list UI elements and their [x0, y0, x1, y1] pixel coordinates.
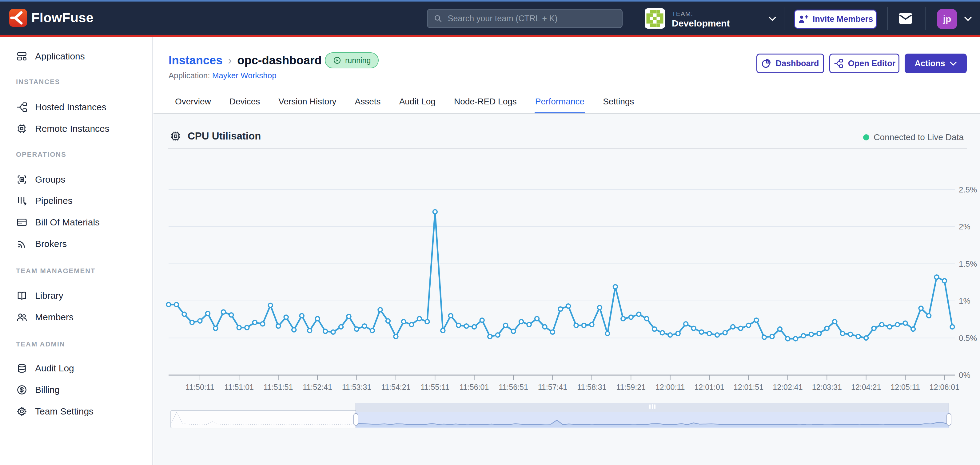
- sidebar-item-billing[interactable]: Billing: [16, 379, 60, 401]
- pipelines-icon: [16, 195, 28, 207]
- flowfuse-logo-icon[interactable]: [9, 9, 27, 27]
- user-chevron-down-icon[interactable]: [964, 16, 972, 21]
- x-axis-label: 12:04:21: [851, 383, 881, 391]
- billing-icon: [16, 384, 28, 396]
- y-axis-label: 2.5%: [959, 185, 977, 194]
- team-avatar[interactable]: [645, 8, 665, 29]
- data-point: [198, 319, 202, 323]
- sidebar-item-brokers[interactable]: Brokers: [16, 233, 67, 255]
- data-point: [457, 323, 461, 328]
- data-point: [825, 326, 829, 331]
- x-axis-label: 11:56:01: [460, 383, 489, 391]
- sidebar-item-applications[interactable]: Applications: [16, 46, 85, 67]
- y-axis-label: 0%: [959, 371, 970, 380]
- mail-icon[interactable]: [899, 13, 913, 24]
- x-axis-label: 11:51:51: [264, 383, 293, 391]
- brush-left-handle[interactable]: [354, 414, 358, 425]
- sidebar-item-team-settings[interactable]: Team Settings: [16, 401, 94, 422]
- sidebar-item-label: Audit Log: [35, 363, 74, 374]
- data-point: [598, 305, 602, 310]
- sidebar-item-hosted-instances[interactable]: Hosted Instances: [16, 96, 107, 118]
- data-point: [833, 320, 837, 324]
- data-point: [754, 318, 759, 323]
- sidebar-item-remote-instances[interactable]: Remote Instances: [16, 118, 110, 139]
- hosted-instances-icon: [16, 101, 28, 113]
- team-name[interactable]: Development: [672, 18, 730, 29]
- user-avatar[interactable]: jp: [937, 9, 957, 29]
- sidebar-item-label: Remote Instances: [35, 123, 110, 134]
- sidebar-item-groups[interactable]: Groups: [16, 169, 65, 190]
- x-axis-label: 11:59:21: [616, 383, 646, 391]
- data-point: [213, 326, 218, 331]
- data-point: [331, 330, 335, 334]
- invite-members-button[interactable]: Invite Members: [794, 10, 877, 29]
- x-axis-label: 11:56:51: [499, 383, 528, 391]
- data-point: [582, 323, 586, 328]
- x-axis-label: 11:53:31: [342, 383, 371, 391]
- data-point: [425, 320, 430, 324]
- data-point: [888, 325, 892, 329]
- sidebar-item-audit-log[interactable]: Audit Log: [16, 358, 74, 379]
- sidebar-item-label: Team Settings: [35, 406, 94, 417]
- x-axis-label: 12:01:51: [733, 383, 764, 391]
- sidebar-section-team-management: TEAM MANAGEMENT: [16, 267, 95, 275]
- data-point: [370, 329, 375, 333]
- search-input[interactable]: [447, 14, 616, 24]
- data-point: [778, 327, 782, 331]
- main-content: Instances › opc-dashboard running Applic…: [153, 37, 980, 465]
- data-point: [629, 315, 633, 320]
- members-icon: [16, 312, 28, 323]
- data-point: [590, 323, 594, 327]
- data-point: [770, 334, 774, 339]
- data-point: [550, 330, 555, 334]
- team-chevron-down-icon[interactable]: [768, 16, 776, 21]
- sidebar-section-operations: OPERATIONS: [16, 150, 67, 158]
- data-point: [472, 325, 476, 329]
- data-point: [355, 327, 359, 331]
- data-point: [801, 334, 806, 338]
- data-point: [519, 320, 523, 324]
- library-icon: [16, 290, 28, 302]
- data-point: [268, 303, 272, 308]
- team-identicon-icon: [645, 8, 665, 29]
- data-point: [942, 279, 947, 283]
- sidebar-item-pipelines[interactable]: Pipelines: [16, 190, 73, 212]
- data-point: [441, 329, 445, 333]
- data-point: [402, 320, 406, 324]
- sidebar-item-members[interactable]: Members: [16, 307, 73, 328]
- brush-grip-icon: [649, 404, 651, 409]
- x-axis-label: 11:57:41: [538, 383, 567, 391]
- data-point: [864, 336, 869, 340]
- team-search[interactable]: [427, 9, 622, 28]
- data-point: [206, 312, 210, 316]
- data-point: [190, 320, 194, 324]
- sidebar-item-bill-of-materials[interactable]: Bill Of Materials: [16, 212, 100, 233]
- data-point: [386, 319, 390, 323]
- data-point: [433, 210, 438, 214]
- sidebar-item-library[interactable]: Library: [16, 285, 64, 307]
- data-point: [841, 331, 845, 336]
- data-point: [911, 327, 915, 331]
- y-axis-label: 0.5%: [959, 334, 977, 343]
- brokers-icon: [16, 238, 28, 250]
- data-point: [535, 316, 539, 321]
- data-point: [323, 329, 328, 334]
- data-point: [723, 331, 727, 335]
- data-point: [660, 331, 664, 335]
- sidebar-section-instances: INSTANCES: [16, 78, 60, 86]
- sidebar-section-team-admin: TEAM ADMIN: [16, 340, 65, 348]
- sidebar-item-label: Pipelines: [35, 195, 73, 206]
- x-axis-label: 12:01:01: [694, 383, 724, 391]
- data-point: [903, 321, 907, 326]
- data-point: [504, 323, 508, 328]
- data-point: [542, 325, 547, 329]
- data-point: [684, 322, 688, 326]
- data-point: [896, 323, 900, 327]
- x-axis-label: 12:00:11: [655, 383, 685, 391]
- data-point: [566, 304, 571, 308]
- data-point: [856, 334, 860, 339]
- brush-right-handle[interactable]: [947, 414, 951, 425]
- data-point: [809, 332, 814, 337]
- brush-grip-icon: [652, 404, 653, 409]
- x-axis-label: 12:02:41: [773, 383, 802, 391]
